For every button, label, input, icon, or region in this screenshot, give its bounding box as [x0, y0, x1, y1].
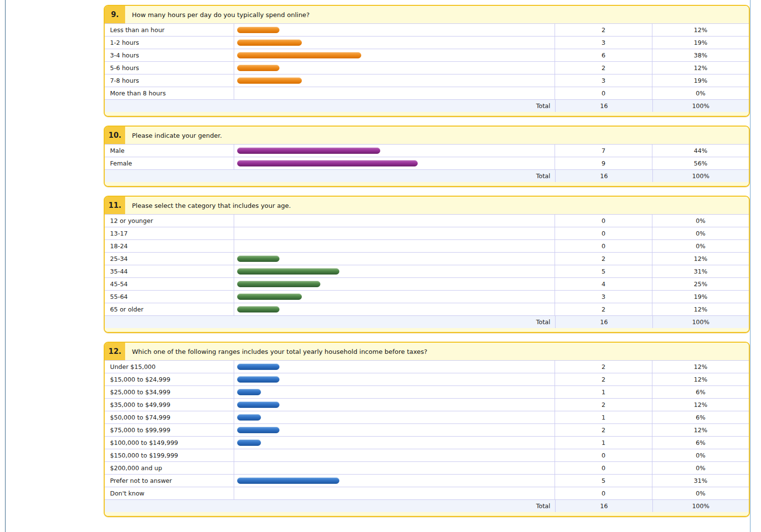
- answer-bar: [237, 389, 261, 395]
- answer-bar: [237, 281, 320, 287]
- answer-percent-cell: 56%: [652, 157, 749, 169]
- answers-table: Less than an hour 2 12% 1-2 hours 3 19% …: [105, 23, 749, 99]
- answer-bar: [237, 147, 380, 154]
- answer-label: $150,000 to $199,999: [105, 449, 234, 461]
- answer-bar: [237, 364, 279, 370]
- answer-row: 45-54 4 25%: [105, 277, 749, 290]
- answer-row: 7-8 hours 3 19%: [105, 74, 749, 87]
- answer-bar-cell: [234, 62, 555, 74]
- answer-percent-cell: 19%: [652, 37, 749, 49]
- answer-bar-cell: [234, 215, 555, 227]
- answer-percent-cell: 12%: [652, 62, 749, 74]
- answer-label: Prefer not to answer: [105, 475, 234, 487]
- answer-percent-cell: 19%: [652, 291, 749, 303]
- answer-count-cell: 5: [555, 265, 652, 277]
- answer-count-cell: 1: [555, 437, 652, 449]
- answer-bar-cell: [234, 157, 555, 169]
- answer-bar: [237, 402, 279, 408]
- answer-row: More than 8 hours 0 0%: [105, 87, 749, 99]
- answer-bar-cell: [234, 361, 555, 373]
- answer-count-cell: 0: [555, 227, 652, 239]
- answer-label: $75,000 to $99,999: [105, 424, 234, 436]
- answer-count-cell: 2: [555, 399, 652, 411]
- answer-row: Female 9 56%: [105, 157, 749, 169]
- answer-row: 5-6 hours 2 12%: [105, 61, 749, 74]
- answer-row: $100,000 to $149,999 1 6%: [105, 436, 749, 449]
- answer-row: 65 or older 2 12%: [105, 303, 749, 315]
- answer-label: 12 or younger: [105, 215, 234, 227]
- survey-results-report: 9. How many hours per day do you typical…: [104, 5, 750, 526]
- answer-bar-cell: [234, 253, 555, 265]
- total-label: Total: [105, 170, 556, 182]
- answer-row: Under $15,000 2 12%: [105, 360, 749, 373]
- page-left-border-line: [5, 0, 6, 532]
- block-footer-strip: [105, 512, 749, 516]
- answer-bar: [237, 27, 279, 33]
- answer-percent-cell: 44%: [652, 145, 749, 157]
- answer-bar-cell: [234, 487, 555, 499]
- answer-label: 3-4 hours: [105, 49, 234, 61]
- answer-bar-cell: [234, 437, 555, 449]
- answer-row: 13-17 0 0%: [105, 227, 749, 239]
- question-text: How many hours per day do you typically …: [125, 6, 749, 23]
- question-header: 12. Which one of the following ranges in…: [105, 343, 749, 360]
- question-number-badge: 12.: [105, 343, 125, 360]
- answer-row: 3-4 hours 6 38%: [105, 49, 749, 61]
- answer-percent-cell: 31%: [652, 475, 749, 487]
- total-label: Total: [105, 100, 556, 112]
- total-label: Total: [105, 316, 556, 328]
- answer-bar: [237, 160, 418, 166]
- answer-label: Male: [105, 145, 234, 157]
- answer-count-cell: 2: [555, 303, 652, 315]
- answer-bar-cell: [234, 74, 555, 87]
- answer-count-cell: 3: [555, 37, 652, 49]
- answer-bar-cell: [234, 265, 555, 277]
- answer-percent-cell: 0%: [652, 449, 749, 461]
- answer-count-cell: 2: [555, 424, 652, 436]
- answer-bar: [237, 52, 361, 58]
- answer-bar-cell: [234, 24, 555, 36]
- answer-row: 25-34 2 12%: [105, 252, 749, 265]
- answer-label: Less than an hour: [105, 24, 234, 36]
- answer-row: $150,000 to $199,999 0 0%: [105, 449, 749, 461]
- answer-count-cell: 6: [555, 49, 652, 61]
- answer-percent-cell: 31%: [652, 265, 749, 277]
- answer-count-cell: 0: [555, 215, 652, 227]
- answer-count-cell: 9: [555, 157, 652, 169]
- answer-count-cell: 5: [555, 475, 652, 487]
- answer-label: 18-24: [105, 240, 234, 252]
- answer-count-cell: 2: [555, 361, 652, 373]
- answer-label: $200,000 and up: [105, 462, 234, 474]
- answer-bar-cell: [234, 303, 555, 315]
- answer-bar-cell: [234, 475, 555, 487]
- answer-percent-cell: 0%: [652, 215, 749, 227]
- block-footer-strip: [105, 182, 749, 186]
- answer-bar: [237, 65, 279, 71]
- answer-label: More than 8 hours: [105, 87, 234, 99]
- answer-bar: [237, 376, 279, 383]
- answer-count-cell: 0: [555, 87, 652, 99]
- question-block: 11. Please select the category that incl…: [104, 196, 750, 333]
- block-footer-strip: [105, 112, 749, 116]
- answer-label: 7-8 hours: [105, 74, 234, 87]
- answer-bar: [237, 440, 261, 446]
- answer-count-cell: 2: [555, 24, 652, 36]
- total-percent-cell: 100%: [653, 170, 749, 182]
- answer-label: $100,000 to $149,999: [105, 437, 234, 449]
- answer-bar-cell: [234, 278, 555, 290]
- answer-label: 13-17: [105, 227, 234, 239]
- answer-label: Under $15,000: [105, 361, 234, 373]
- answer-bar-cell: [234, 87, 555, 99]
- question-header: 11. Please select the category that incl…: [105, 197, 749, 214]
- answer-bar: [237, 427, 279, 433]
- answers-table: 12 or younger 0 0% 13-17 0 0% 18-24 0 0%…: [105, 214, 749, 315]
- answer-row: $15,000 to $24,999 2 12%: [105, 373, 749, 385]
- answer-count-cell: 2: [555, 253, 652, 265]
- question-header: 10. Please indicate your gender.: [105, 127, 749, 144]
- answer-percent-cell: 25%: [652, 278, 749, 290]
- answer-bar: [237, 414, 261, 421]
- answer-label: 55-64: [105, 291, 234, 303]
- answer-label: $35,000 to $49,999: [105, 399, 234, 411]
- answer-bar: [237, 256, 279, 262]
- answer-label: 45-54: [105, 278, 234, 290]
